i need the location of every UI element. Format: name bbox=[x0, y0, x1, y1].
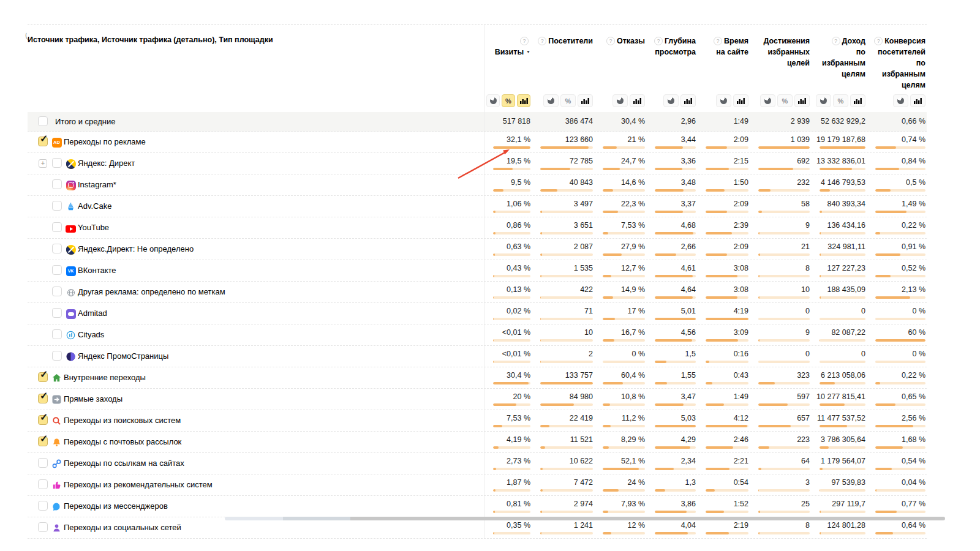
row-label[interactable]: Яндекс ПромоСтраницы bbox=[78, 346, 168, 367]
bar-chart-toggle-button[interactable] bbox=[794, 94, 810, 107]
metric-cell: 2:21 bbox=[697, 453, 750, 474]
bar-chart-toggle-button[interactable] bbox=[680, 94, 696, 107]
row-checkbox[interactable] bbox=[52, 244, 62, 253]
mini-bar bbox=[655, 232, 696, 234]
row-label[interactable]: Переходы по ссылкам на сайтах bbox=[64, 453, 184, 474]
metric-value: 0 bbox=[816, 303, 865, 316]
percent-toggle-button[interactable]: % bbox=[502, 94, 515, 107]
row-checkbox[interactable] bbox=[38, 394, 48, 403]
row-label[interactable]: Переходы из мессенджеров bbox=[64, 496, 168, 517]
metric-value: 16,7 % bbox=[599, 324, 645, 337]
row-checkbox[interactable] bbox=[52, 201, 62, 211]
pie-chart-toggle-button[interactable] bbox=[760, 94, 775, 107]
mini-bar bbox=[603, 425, 645, 427]
row-checkbox[interactable] bbox=[52, 222, 62, 232]
pie-chart-toggle-button[interactable] bbox=[486, 94, 500, 107]
mini-bar bbox=[603, 382, 645, 384]
row-checkbox[interactable] bbox=[52, 287, 62, 296]
expand-button[interactable]: + bbox=[39, 159, 47, 168]
help-icon[interactable]: ? bbox=[520, 37, 529, 45]
row-checkbox[interactable] bbox=[38, 522, 48, 532]
percent-toggle-button[interactable]: % bbox=[777, 94, 793, 107]
bar-chart-toggle-button[interactable] bbox=[733, 94, 748, 107]
help-icon[interactable]: ? bbox=[832, 37, 840, 45]
metric-cell: 223 bbox=[750, 432, 811, 452]
column-header-3[interactable]: ?Глубина просмотра bbox=[646, 25, 697, 91]
bar-chart-toggle-button[interactable] bbox=[578, 94, 593, 107]
row-checkbox[interactable] bbox=[38, 372, 48, 382]
row-checkbox[interactable] bbox=[52, 265, 62, 275]
row-checkbox[interactable] bbox=[38, 415, 48, 425]
percent-toggle-button[interactable]: % bbox=[560, 94, 576, 107]
row-checkbox[interactable] bbox=[52, 179, 62, 189]
metric-value: 188 435,09 bbox=[816, 282, 865, 294]
pie-chart-toggle-button[interactable] bbox=[543, 94, 559, 107]
row-label[interactable]: Admitad bbox=[78, 303, 107, 324]
mini-bar bbox=[758, 511, 810, 513]
row-label[interactable]: Яндекс: Директ bbox=[78, 153, 135, 174]
help-icon[interactable]: ? bbox=[714, 37, 722, 45]
bar-chart-toggle-button[interactable] bbox=[517, 94, 530, 107]
column-header-7[interactable]: ?Конверсия посетителей по избранным целя… bbox=[867, 25, 927, 91]
row-checkbox[interactable] bbox=[38, 437, 48, 446]
row-checkbox[interactable] bbox=[38, 116, 48, 126]
metric-cell: 60,4 % bbox=[594, 367, 646, 388]
row-label[interactable]: Внутренние переходы bbox=[64, 367, 146, 388]
metric-cell: 0 % bbox=[867, 303, 927, 324]
row-checkbox[interactable] bbox=[52, 329, 62, 339]
row-label[interactable]: YouTube bbox=[78, 217, 109, 238]
bar-chart-toggle-button[interactable] bbox=[850, 94, 865, 107]
pie-chart-toggle-button[interactable] bbox=[612, 94, 628, 107]
help-icon[interactable]: ? bbox=[874, 37, 883, 45]
row-label[interactable]: Instagram* bbox=[78, 174, 116, 195]
pie-chart-toggle-button[interactable] bbox=[893, 94, 908, 107]
mini-bar bbox=[493, 532, 530, 534]
row-label[interactable]: Переходы из рекомендательных систем bbox=[64, 474, 213, 495]
row-checkbox[interactable] bbox=[38, 479, 48, 489]
column-header-0[interactable]: ?Визиты▼ bbox=[484, 25, 532, 91]
column-header-5[interactable]: Достижения избранных целей bbox=[750, 25, 811, 91]
sort-desc-icon[interactable]: ▼ bbox=[526, 50, 530, 54]
dimension-column-header[interactable]: Источник трафика, Источник трафика (дета… bbox=[28, 25, 484, 91]
column-header-6[interactable]: ?Доход по избранным целям bbox=[811, 25, 867, 91]
percent-toggle-button[interactable]: % bbox=[833, 94, 848, 107]
help-icon[interactable]: ? bbox=[606, 37, 615, 45]
row-label[interactable]: Cityads bbox=[78, 324, 104, 345]
metric-value: 1:52 bbox=[702, 496, 748, 509]
help-icon[interactable]: ? bbox=[538, 37, 546, 45]
bar-chart-toggle-button[interactable] bbox=[630, 94, 645, 107]
metric-cell: 0,04 % bbox=[867, 474, 927, 495]
column-header-1[interactable]: ?Посетители bbox=[532, 25, 594, 91]
row-label[interactable]: Adv.Cake bbox=[78, 196, 111, 217]
row-label[interactable]: Переходы из социальных сетей bbox=[64, 517, 181, 538]
pie-chart-toggle-button[interactable] bbox=[663, 94, 679, 107]
mini-bar bbox=[655, 382, 696, 384]
column-header-4[interactable]: ?Время на сайте bbox=[697, 25, 750, 91]
row-label[interactable]: Переходы из поисковых систем bbox=[64, 410, 181, 431]
help-icon[interactable]: ? bbox=[654, 37, 663, 45]
row-label[interactable]: Яндекс.Директ: Не определено bbox=[78, 239, 194, 260]
metric-value: 14,6 % bbox=[599, 174, 645, 187]
metric-cell: 1,3 bbox=[646, 474, 697, 495]
metric-value: 10 bbox=[755, 282, 810, 294]
metric-cell: 10 bbox=[532, 324, 594, 345]
row-checkbox[interactable] bbox=[38, 137, 48, 146]
row-label[interactable]: Прямые заходы bbox=[64, 389, 123, 410]
bar-chart-toggle-button[interactable] bbox=[910, 94, 925, 107]
pie-chart-toggle-button[interactable] bbox=[816, 94, 831, 107]
row-label[interactable]: Переходы с почтовых рассылок bbox=[64, 432, 181, 452]
row-checkbox[interactable] bbox=[52, 308, 62, 318]
row-label[interactable]: Другая реклама: определено по меткам bbox=[78, 282, 225, 302]
row-label[interactable]: Переходы по рекламе bbox=[64, 132, 146, 152]
horizontal-scrollbar[interactable] bbox=[225, 517, 945, 520]
row-label[interactable]: ВКонтакте bbox=[78, 260, 116, 281]
row-checkbox[interactable] bbox=[38, 458, 48, 468]
column-header-2[interactable]: ?Отказы bbox=[594, 25, 646, 91]
metric-value: 3:09 bbox=[702, 324, 748, 337]
row-checkbox[interactable] bbox=[52, 351, 62, 361]
row-checkbox[interactable] bbox=[38, 501, 48, 511]
row-checkbox[interactable] bbox=[52, 158, 62, 168]
mini-bar bbox=[540, 189, 593, 192]
pie-chart-toggle-button[interactable] bbox=[716, 94, 731, 107]
metric-value: 127 227,23 bbox=[816, 260, 865, 273]
